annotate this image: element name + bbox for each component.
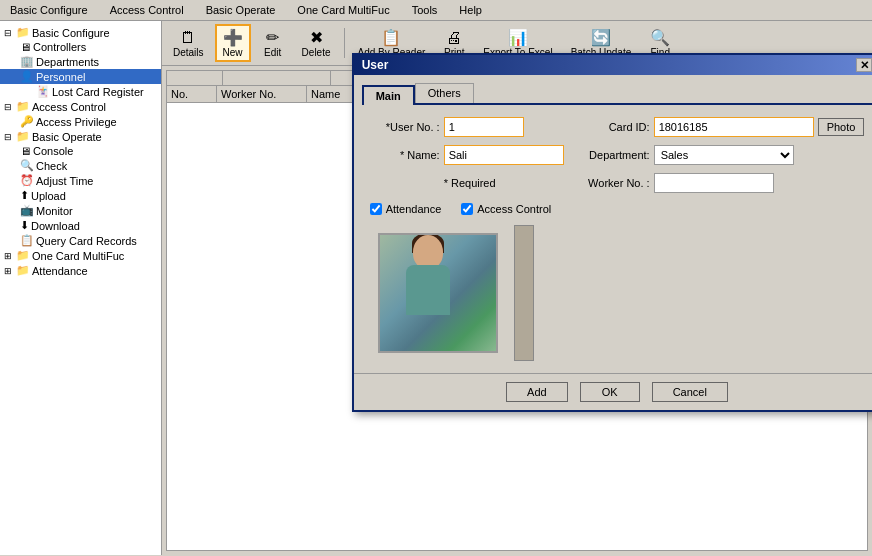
- sidebar-label-check: Check: [36, 160, 67, 172]
- expand-icon: ⊟: [4, 102, 12, 112]
- attendance-checkbox-group: Attendance: [370, 203, 442, 215]
- toolbar-separator: [344, 28, 345, 58]
- toolbar-new-button[interactable]: ➕ New: [215, 24, 251, 62]
- add-button[interactable]: Add: [506, 382, 568, 402]
- tab-others[interactable]: Others: [415, 83, 474, 103]
- grid-section-empty: [167, 71, 223, 85]
- sidebar-item-departments[interactable]: 🏢 Departments: [0, 54, 161, 69]
- name-label: * Name:: [370, 149, 440, 161]
- sidebar-item-adjust-time[interactable]: ⏰ Adjust Time: [0, 173, 161, 188]
- worker-no-input[interactable]: [654, 173, 774, 193]
- user-no-row: *User No. :: [370, 117, 564, 137]
- sidebar-label-departments: Departments: [36, 56, 99, 68]
- tree-icon: 🏢: [20, 55, 34, 68]
- checkboxes-row: Attendance Access Control: [362, 197, 872, 221]
- department-row: Department: Sales: [580, 145, 865, 165]
- cancel-button[interactable]: Cancel: [652, 382, 728, 402]
- sidebar-item-basic-operate[interactable]: ⊟ 📁 Basic Operate: [0, 129, 161, 144]
- sidebar-item-basic-configure[interactable]: ⊟ 📁 Basic Configure: [0, 25, 161, 40]
- menu-access-control[interactable]: Access Control: [104, 2, 190, 18]
- card-id-input[interactable]: [654, 117, 814, 137]
- content-area: 🗒 Details ➕ New ✏ Edit ✖ Delete 📋 Add By…: [162, 21, 872, 555]
- menu-tools[interactable]: Tools: [406, 2, 444, 18]
- sidebar-item-personnel[interactable]: 👤 Personnel: [0, 69, 161, 84]
- grid-col-worker-no: Worker No.: [217, 86, 307, 102]
- tree-icon: 📺: [20, 204, 34, 217]
- details-icon: 🗒: [180, 29, 196, 47]
- menu-one-card[interactable]: One Card MultiFuc: [291, 2, 395, 18]
- tree-icon: 📁: [16, 130, 30, 143]
- sidebar-label-attendance: Attendance: [32, 265, 88, 277]
- tree-icon: ⬇: [20, 219, 29, 232]
- edit-icon: ✏: [266, 28, 279, 47]
- name-input[interactable]: [444, 145, 564, 165]
- main-layout: ⊟ 📁 Basic Configure 🖥 Controllers 🏢 Depa…: [0, 21, 872, 555]
- tab-main[interactable]: Main: [362, 85, 415, 105]
- toolbar-delete-label: Delete: [302, 47, 331, 58]
- card-id-row: Card ID: Photo: [580, 117, 865, 137]
- access-control-checkbox-label: Access Control: [477, 203, 551, 215]
- worker-no-row: Worker No. :: [580, 173, 865, 193]
- ok-button[interactable]: OK: [580, 382, 640, 402]
- sidebar-label-access-control: Access Control: [32, 101, 106, 113]
- menu-basic-operate[interactable]: Basic Operate: [200, 2, 282, 18]
- required-note: * Required: [444, 177, 496, 189]
- dialog-body: Main Others *User No. : Card ID:: [354, 75, 872, 373]
- sidebar-item-upload[interactable]: ⬆ Upload: [0, 188, 161, 203]
- tree-icon: 🖥: [20, 41, 31, 53]
- tree-icon: 🖥: [20, 145, 31, 157]
- name-row: * Name:: [370, 145, 564, 165]
- sidebar-label-upload: Upload: [31, 190, 66, 202]
- toolbar-delete-button[interactable]: ✖ Delete: [295, 25, 338, 61]
- access-control-checkbox[interactable]: [461, 203, 473, 215]
- dialog-titlebar: User ✕: [354, 55, 872, 75]
- user-no-input[interactable]: [444, 117, 524, 137]
- dialog-close-button[interactable]: ✕: [856, 58, 872, 72]
- modal-overlay: User ✕ Main Others *User No. :: [362, 43, 872, 555]
- sidebar-item-lost-card[interactable]: 🃏 Lost Card Register: [0, 84, 161, 99]
- sidebar-label-access-privilege: Access Privilege: [36, 116, 117, 128]
- sidebar-label-controllers: Controllers: [33, 41, 86, 53]
- tree-icon: 📋: [20, 234, 34, 247]
- tree-icon: ⬆: [20, 189, 29, 202]
- user-no-label: *User No. :: [370, 121, 440, 133]
- sidebar-label-download: Download: [31, 220, 80, 232]
- sidebar-item-access-control[interactable]: ⊟ 📁 Access Control: [0, 99, 161, 114]
- sidebar-item-attendance[interactable]: ⊞ 📁 Attendance: [0, 263, 161, 278]
- user-photo: [378, 233, 498, 353]
- menu-help[interactable]: Help: [453, 2, 488, 18]
- sidebar-item-check[interactable]: 🔍 Check: [0, 158, 161, 173]
- tree-icon: 🃏: [36, 85, 50, 98]
- toolbar-edit-label: Edit: [264, 47, 281, 58]
- toolbar-edit-button[interactable]: ✏ Edit: [255, 25, 291, 61]
- tree-icon: 👤: [20, 70, 34, 83]
- sidebar-label-lost-card: Lost Card Register: [52, 86, 144, 98]
- expand-icon: ⊟: [4, 28, 12, 38]
- tree-icon: 📁: [16, 249, 30, 262]
- sidebar-item-one-card[interactable]: ⊞ 📁 One Card MultiFuc: [0, 248, 161, 263]
- sidebar-item-access-privilege[interactable]: 🔑 Access Privilege: [0, 114, 161, 129]
- attendance-checkbox[interactable]: [370, 203, 382, 215]
- body-shape: [406, 265, 450, 315]
- sidebar-item-monitor[interactable]: 📺 Monitor: [0, 203, 161, 218]
- required-row: * Required: [370, 173, 564, 193]
- grid-section-empty2: [223, 71, 331, 85]
- expand-icon: ⊟: [4, 132, 12, 142]
- dialog-tab-bar: Main Others: [362, 83, 872, 105]
- department-select[interactable]: Sales: [654, 145, 794, 165]
- menu-basic-configure[interactable]: Basic Configure: [4, 2, 94, 18]
- sidebar-item-download[interactable]: ⬇ Download: [0, 218, 161, 233]
- sidebar-item-controllers[interactable]: 🖥 Controllers: [0, 40, 161, 54]
- tree-icon: 🔍: [20, 159, 34, 172]
- sidebar-label-monitor: Monitor: [36, 205, 73, 217]
- sidebar: ⊟ 📁 Basic Configure 🖥 Controllers 🏢 Depa…: [0, 21, 162, 555]
- sidebar-item-console[interactable]: 🖥 Console: [0, 144, 161, 158]
- photo-button[interactable]: Photo: [818, 118, 865, 136]
- delete-icon: ✖: [310, 28, 323, 47]
- sidebar-label-query-card-records: Query Card Records: [36, 235, 137, 247]
- tree-icon: 📁: [16, 100, 30, 113]
- menu-bar: Basic Configure Access Control Basic Ope…: [0, 0, 872, 21]
- toolbar-details-button[interactable]: 🗒 Details: [166, 26, 211, 61]
- sidebar-label-console: Console: [33, 145, 73, 157]
- sidebar-item-query-card-records[interactable]: 📋 Query Card Records: [0, 233, 161, 248]
